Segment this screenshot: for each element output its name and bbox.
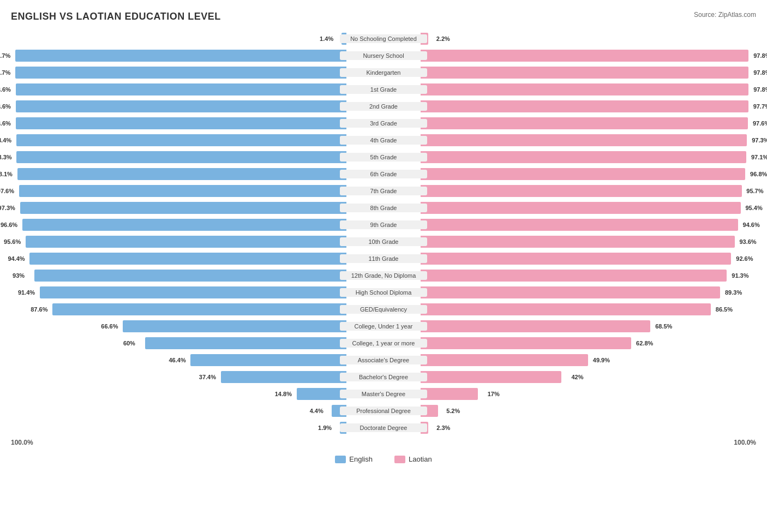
legend-english-box <box>335 456 346 463</box>
category-label-12: 10th Grade <box>340 237 427 246</box>
table-row: 98.4% 4th Grade 97.3% <box>11 133 756 148</box>
left-section-22: 4.4% <box>11 405 346 417</box>
left-section-18: 60% <box>11 337 346 349</box>
chart-title: ENGLISH VS LAOTIAN EDUCATION LEVEL <box>11 11 756 22</box>
laotian-value-12: 93.6% <box>739 238 756 245</box>
table-row: 98.6% 3rd Grade 97.6% <box>11 116 756 131</box>
laotian-value-1: 97.8% <box>753 52 767 59</box>
english-value-17: 66.6% <box>101 323 118 330</box>
english-bar-11: 96.6% <box>22 219 346 231</box>
category-label-11: 9th Grade <box>340 220 427 229</box>
english-value-20: 37.4% <box>199 374 216 380</box>
category-label-22: Professional Degree <box>340 407 427 415</box>
table-row: 98.6% 2nd Grade 97.7% <box>11 99 756 114</box>
english-value-14: 93% <box>13 272 25 279</box>
center-label-section-4: 2nd Grade <box>346 102 421 111</box>
center-label-section-5: 3rd Grade <box>346 119 421 128</box>
laotian-value-6: 97.3% <box>752 137 767 144</box>
right-section-2: 97.8% <box>421 67 756 79</box>
right-section-12: 93.6% <box>421 236 756 248</box>
english-value-2: 98.7% <box>0 69 10 76</box>
table-row: 91.4% High School Diploma 89.3% <box>11 285 756 300</box>
table-row: 4.4% Professional Degree 5.2% <box>11 403 756 419</box>
right-section-23: 2.3% <box>421 422 756 434</box>
left-section-16: 87.6% <box>11 303 346 315</box>
axis-labels: 100.0% 100.0% <box>11 439 756 446</box>
center-label-section-0: No Schooling Completed <box>346 34 421 43</box>
english-value-16: 87.6% <box>31 306 47 313</box>
category-label-14: 12th Grade, No Diploma <box>340 271 427 280</box>
category-label-4: 2nd Grade <box>340 102 427 111</box>
english-value-13: 94.4% <box>8 255 25 262</box>
left-section-19: 46.4% <box>11 354 346 366</box>
center-label-section-13: 11th Grade <box>346 254 421 263</box>
table-row: 46.4% Associate's Degree 49.9% <box>11 352 756 368</box>
table-row: 98.3% 5th Grade 97.1% <box>11 150 756 165</box>
english-value-6: 98.4% <box>0 137 11 144</box>
right-section-19: 49.9% <box>421 354 756 366</box>
laotian-bar-1: 97.8% <box>421 50 748 62</box>
center-label-section-3: 1st Grade <box>346 85 421 94</box>
english-bar-8: 98.1% <box>17 168 346 180</box>
chart-area: 1.4% No Schooling Completed 2.2% 98.7% N… <box>11 31 756 435</box>
laotian-bar-8: 96.8% <box>421 168 745 180</box>
laotian-bar-5: 97.6% <box>421 117 748 129</box>
english-value-4: 98.6% <box>0 103 11 110</box>
legend-english-label: English <box>349 455 373 463</box>
right-section-4: 97.7% <box>421 100 756 112</box>
category-label-23: Doctorate Degree <box>340 423 427 432</box>
laotian-value-17: 68.5% <box>655 323 672 330</box>
laotian-value-7: 97.1% <box>751 154 767 160</box>
category-label-8: 6th Grade <box>340 170 427 178</box>
right-section-16: 86.5% <box>421 303 756 315</box>
left-section-1: 98.7% <box>11 50 346 62</box>
left-section-5: 98.6% <box>11 117 346 129</box>
english-bar-3: 98.6% <box>16 83 346 95</box>
center-label-section-17: College, Under 1 year <box>346 322 421 331</box>
laotian-value-19: 49.9% <box>593 357 610 363</box>
english-bar-15: 91.4% <box>40 286 346 298</box>
right-section-22: 5.2% <box>421 405 756 417</box>
english-bar-19: 46.4% <box>190 354 346 366</box>
category-label-3: 1st Grade <box>340 85 427 94</box>
right-section-7: 97.1% <box>421 151 756 163</box>
laotian-bar-9: 95.7% <box>421 185 741 197</box>
axis-left: 100.0% <box>11 439 33 446</box>
laotian-value-0: 2.2% <box>436 35 450 42</box>
english-bar-12: 95.6% <box>26 236 346 248</box>
right-section-10: 95.4% <box>421 202 756 214</box>
table-row: 66.6% College, Under 1 year 68.5% <box>11 319 756 334</box>
laotian-value-23: 2.3% <box>436 425 450 431</box>
center-label-section-7: 5th Grade <box>346 153 421 162</box>
center-label-section-6: 4th Grade <box>346 136 421 145</box>
table-row: 98.1% 6th Grade 96.8% <box>11 166 756 182</box>
table-row: 96.6% 9th Grade 94.6% <box>11 217 756 232</box>
left-section-7: 98.3% <box>11 151 346 163</box>
table-row: 98.7% Nursery School 97.8% <box>11 48 756 63</box>
center-label-section-21: Master's Degree <box>346 390 421 398</box>
english-bar-14: 93% <box>34 270 346 282</box>
source-label: Source: ZipAtlas.com <box>694 11 756 19</box>
right-section-8: 96.8% <box>421 168 756 180</box>
table-row: 98.6% 1st Grade 97.8% <box>11 82 756 97</box>
left-section-2: 98.7% <box>11 67 346 79</box>
laotian-bar-3: 97.8% <box>421 83 748 95</box>
category-label-13: 11th Grade <box>340 254 427 263</box>
left-section-15: 91.4% <box>11 286 346 298</box>
english-value-19: 46.4% <box>169 357 185 363</box>
laotian-bar-17: 68.5% <box>421 320 650 332</box>
category-label-21: Master's Degree <box>340 390 427 398</box>
laotian-bar-19: 49.9% <box>421 354 588 366</box>
laotian-bar-15: 89.3% <box>421 286 720 298</box>
english-bar-6: 98.4% <box>16 134 346 146</box>
category-label-16: GED/Equivalency <box>340 305 427 314</box>
category-label-9: 7th Grade <box>340 187 427 195</box>
table-row: 98.7% Kindergarten 97.8% <box>11 65 756 80</box>
laotian-value-21: 17% <box>488 391 500 397</box>
center-label-section-15: High School Diploma <box>346 288 421 297</box>
english-value-18: 60% <box>123 340 135 346</box>
left-section-23: 1.9% <box>11 422 346 434</box>
english-value-3: 98.6% <box>0 86 11 93</box>
category-label-7: 5th Grade <box>340 153 427 162</box>
laotian-value-9: 95.7% <box>746 188 763 194</box>
